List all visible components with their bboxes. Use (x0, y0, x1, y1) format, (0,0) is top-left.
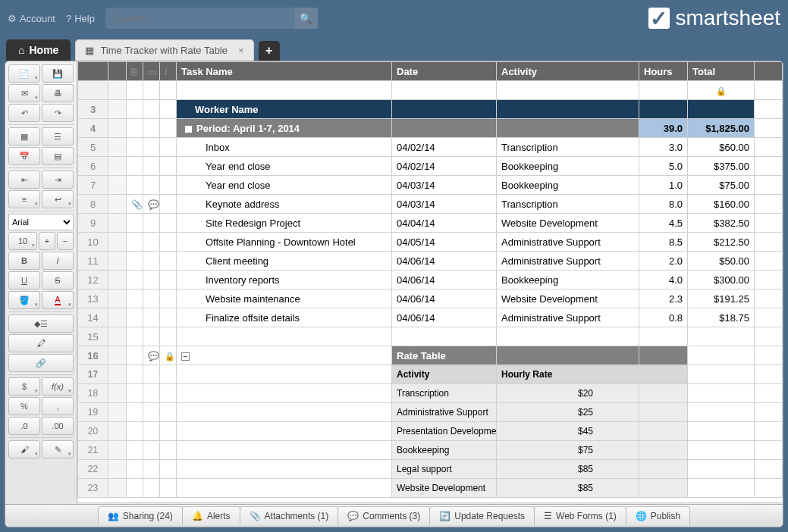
info-cell[interactable]: 🔒 (160, 346, 177, 365)
expand-cell[interactable] (108, 422, 127, 441)
indent-button[interactable]: ⇤ (8, 171, 40, 189)
underline-button[interactable]: U (8, 271, 40, 289)
attach-cell[interactable] (127, 214, 143, 233)
activity-cell[interactable]: Transcription (497, 195, 639, 214)
activity-cell[interactable] (497, 100, 639, 119)
info-cell[interactable] (160, 479, 177, 498)
rate-row[interactable]: 19Administrative Support$25 (78, 403, 783, 422)
hours-cell[interactable]: 5.0 (639, 157, 688, 176)
row-number[interactable]: 11 (78, 252, 108, 271)
activity-cell[interactable]: Bookkeeping (497, 176, 639, 195)
comment-cell[interactable] (143, 157, 160, 176)
collapse-icon[interactable]: − (184, 125, 193, 133)
task-cell[interactable]: Keynote address (177, 195, 392, 214)
expand-cell[interactable] (108, 252, 127, 271)
comment-cell[interactable] (143, 422, 160, 441)
date-cell[interactable]: Website Development (392, 479, 497, 498)
mail-button[interactable]: ✉ (8, 84, 40, 102)
expand-cell[interactable] (108, 100, 127, 119)
activity-cell[interactable]: Administrative Support (497, 308, 639, 327)
row-number[interactable]: 16 (78, 346, 108, 365)
info-cell[interactable] (160, 195, 177, 214)
task-cell[interactable] (177, 327, 392, 346)
activity-cell[interactable] (497, 119, 639, 138)
row-number[interactable]: 12 (78, 271, 108, 289)
thousands-button[interactable]: , (42, 397, 74, 415)
comment-cell[interactable] (143, 119, 160, 138)
outdent-button[interactable]: ⇥ (42, 171, 74, 189)
activity-cell[interactable]: $20 (497, 384, 639, 403)
activity-cell[interactable]: Hourly Rate (497, 365, 639, 384)
home-tab[interactable]: ⌂Home (6, 39, 71, 61)
attachments-tab[interactable]: 📎Attachments (1) (240, 506, 339, 525)
extra-cell[interactable] (755, 441, 783, 460)
info-cell[interactable] (160, 289, 177, 308)
help-link[interactable]: ?Help (66, 13, 95, 24)
task-cell[interactable] (177, 422, 392, 441)
hours-cell[interactable] (639, 422, 688, 441)
extra-cell[interactable] (755, 157, 783, 176)
expand-cell[interactable] (108, 233, 127, 252)
expand-cell[interactable] (108, 384, 127, 403)
total-cell[interactable]: $212.50 (688, 233, 755, 252)
attach-header[interactable]: ⎘ (127, 62, 143, 81)
print-button[interactable]: 🖶 (42, 84, 74, 102)
expand-cell[interactable] (108, 214, 127, 233)
font-size-select[interactable]: 10 (8, 232, 37, 250)
activity-cell[interactable]: Administrative Support (497, 252, 639, 271)
rate-row[interactable]: 18Transcription$20 (78, 384, 783, 403)
info-cell[interactable] (160, 119, 177, 138)
date-cell[interactable]: 04/02/14 (392, 157, 497, 176)
hours-cell[interactable] (639, 384, 688, 403)
comment-cell[interactable] (143, 271, 160, 289)
info-cell[interactable] (160, 460, 177, 479)
date-cell[interactable] (392, 119, 497, 138)
decrease-size-button[interactable]: − (57, 232, 74, 250)
expand-cell[interactable] (108, 441, 127, 460)
extra-cell[interactable] (755, 138, 783, 157)
extra-cell[interactable] (755, 365, 783, 384)
attach-cell[interactable] (127, 176, 143, 195)
total-cell[interactable]: $60.00 (688, 138, 755, 157)
total-cell[interactable] (688, 327, 755, 346)
currency-button[interactable]: $ (8, 377, 40, 396)
attach-cell[interactable] (127, 119, 143, 138)
inc-decimal-button[interactable]: .00 (42, 417, 74, 435)
link-button[interactable]: 🔗 (8, 354, 74, 372)
format-painter-button[interactable]: 🖌 (8, 440, 40, 458)
total-cell[interactable]: $50.00 (688, 252, 755, 271)
info-cell[interactable] (160, 327, 177, 346)
webforms-tab[interactable]: ☰Web Forms (1) (534, 506, 626, 525)
date-cell[interactable]: Legal support (392, 460, 497, 479)
alerts-tab[interactable]: 🔔Alerts (182, 506, 240, 525)
expand-cell[interactable] (108, 195, 127, 214)
extra-cell[interactable] (755, 308, 783, 327)
info-cell[interactable] (160, 271, 177, 289)
expand-cell[interactable] (108, 460, 127, 479)
comment-cell[interactable]: 💬 (143, 346, 160, 365)
extra-header[interactable] (755, 62, 783, 81)
info-cell[interactable] (160, 403, 177, 422)
activity-cell[interactable]: Website Development (497, 214, 639, 233)
task-cell[interactable]: Finalize offsite details (177, 308, 392, 327)
attach-cell[interactable] (127, 100, 143, 119)
extra-cell[interactable] (755, 479, 783, 498)
attach-cell[interactable] (127, 365, 143, 384)
calendar-view-button[interactable]: 📅 (8, 147, 40, 165)
task-cell[interactable]: Worker Name (177, 100, 392, 119)
date-cell[interactable]: Presentation Development (392, 422, 497, 441)
date-cell[interactable] (392, 327, 497, 346)
task-cell[interactable]: Website maintenance (177, 289, 392, 308)
expand-cell[interactable] (108, 327, 127, 346)
expand-cell[interactable] (108, 479, 127, 498)
data-row[interactable]: 15 (78, 327, 783, 346)
attach-cell[interactable] (127, 346, 143, 365)
activity-cell[interactable]: Administrative Support (497, 233, 639, 252)
row-number[interactable]: 14 (78, 308, 108, 327)
total-cell[interactable] (688, 479, 755, 498)
publish-tab[interactable]: 🌐Publish (626, 506, 690, 525)
info-cell[interactable] (160, 176, 177, 195)
percent-button[interactable]: % (8, 397, 40, 415)
activity-cell[interactable]: $75 (497, 441, 639, 460)
date-cell[interactable]: Rate Table (392, 346, 497, 365)
